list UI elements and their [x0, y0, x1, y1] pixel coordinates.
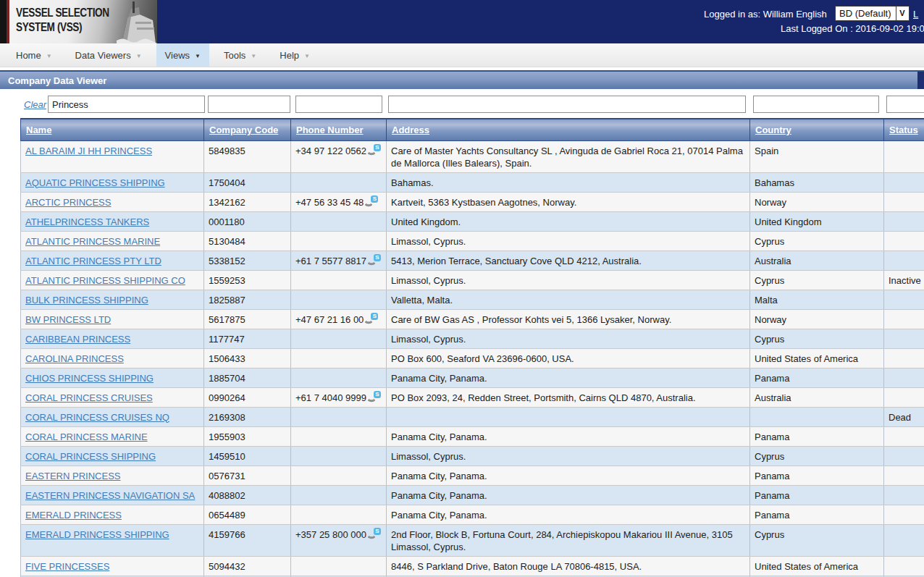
company-name-link[interactable]: EASTERN PRINCESS — [25, 471, 120, 481]
company-name-cell: EASTERN PRINCESS NAVIGATION SA — [21, 485, 204, 505]
company-name-link[interactable]: EASTERN PRINCESS NAVIGATION SA — [25, 490, 195, 501]
column-header-country[interactable]: Country — [750, 119, 884, 140]
menu-item-tools[interactable]: Tools▼ — [215, 43, 265, 67]
address-cell: 2nd Floor, Block B, Fortuna Court, 284, … — [387, 524, 750, 556]
skype-call-icon[interactable]: S — [365, 314, 378, 325]
app-logo: VESSEL SELECTION SYSTEM (VSS) — [0, 0, 157, 43]
menu-item-label: Data Viewers — [75, 50, 131, 61]
chevron-down-icon: ▼ — [136, 51, 142, 59]
company-code-cell: 5130484 — [204, 231, 291, 250]
phone-number-cell — [291, 446, 387, 466]
company-code-cell: 5094432 — [204, 556, 291, 576]
filter-country-input[interactable] — [753, 96, 879, 113]
country-cell: Panama — [750, 505, 884, 524]
company-name-link[interactable]: CARIBBEAN PRINCESS — [25, 334, 130, 345]
column-header-name[interactable]: Name — [21, 119, 204, 140]
company-name-link[interactable]: EMERALD PRINCESS SHIPPING — [25, 529, 169, 540]
company-name-link[interactable]: CORAL PRINCESS CRUISES — [25, 392, 153, 403]
database-selector-value[interactable]: BD (Default) — [835, 6, 896, 21]
table-row: CORAL PRINCESS CRUISES NQ2169308Dead — [21, 407, 924, 426]
company-code-cell: 4159766 — [204, 524, 291, 556]
phone-number-cell — [291, 407, 387, 426]
company-name-cell: ARCTIC PRINCESS — [21, 192, 204, 211]
company-code-cell: 1342162 — [204, 192, 291, 211]
skype-call-icon[interactable]: S — [368, 529, 381, 540]
country-cell: Bahamas — [750, 172, 884, 192]
status-cell — [884, 387, 924, 407]
address-cell: Limassol, Cyprus. — [387, 329, 750, 348]
company-name-link[interactable]: CHIOS PRINCESS SHIPPING — [25, 373, 154, 384]
menu-item-data-viewers[interactable]: Data Viewers▼ — [67, 43, 151, 67]
table-row: ATLANTIC PRINCESS SHIPPING CO1559253Lima… — [21, 270, 924, 290]
company-name-link[interactable]: CORAL PRINCESS SHIPPING — [25, 451, 156, 462]
filter-phone-input[interactable] — [295, 96, 382, 113]
table-row: ATLANTIC PRINCESS MARINE5130484Limassol,… — [21, 231, 924, 250]
column-header-company-code[interactable]: Company Code — [204, 119, 291, 140]
app-title-line1: VESSEL SELECTION — [16, 6, 109, 20]
phone-number-cell — [291, 485, 387, 505]
company-name-link[interactable]: FIVE PRINCESSES — [25, 561, 109, 572]
skype-badge-icon: S — [374, 391, 381, 398]
company-name-link[interactable]: ATLANTIC PRINCESS SHIPPING CO — [25, 275, 185, 286]
address-cell: 8446, S Parkland Drive, Baton Rouge LA 7… — [387, 556, 750, 576]
clear-filters-link[interactable]: Clear — [24, 99, 46, 110]
column-header-status[interactable]: Status — [884, 119, 924, 140]
page-title-bar: Company Data Viewer — [0, 70, 924, 89]
skype-call-icon[interactable]: S — [368, 256, 381, 266]
status-cell — [884, 368, 924, 387]
country-cell — [750, 407, 884, 426]
company-code-cell: 1459510 — [204, 446, 291, 466]
country-cell: United Kingdom — [750, 211, 884, 231]
status-cell — [884, 524, 924, 556]
company-name-cell: CHIOS PRINCESS SHIPPING — [21, 368, 204, 387]
country-cell: Cyprus — [750, 270, 884, 290]
phone-number-cell — [291, 505, 387, 524]
company-name-link[interactable]: ATLANTIC PRINCESS MARINE — [25, 236, 160, 247]
company-name-link[interactable]: BULK PRINCESS SHIPPING — [25, 295, 148, 306]
company-name-cell: BW PRINCESS LTD — [21, 309, 204, 329]
company-name-cell: CARIBBEAN PRINCESS — [21, 329, 204, 348]
filter-status-input[interactable] — [886, 96, 924, 113]
last-logged-on-text: Last Logged On : 2016-09-02 19:0 — [781, 23, 924, 34]
skype-call-icon[interactable]: S — [365, 197, 378, 208]
phone-number-cell — [291, 172, 387, 192]
company-code-cell: 1825887 — [204, 290, 291, 309]
filter-company-code-input[interactable] — [208, 96, 290, 113]
company-name-link[interactable]: CORAL PRINCESS MARINE — [25, 431, 148, 442]
menu-item-views[interactable]: Views▼ — [156, 43, 209, 67]
menu-item-home[interactable]: Home▼ — [7, 43, 61, 67]
company-name-link[interactable]: EMERALD PRINCESS — [25, 510, 122, 521]
skype-call-icon[interactable]: S — [368, 146, 381, 156]
address-cell: Care of Master Yachts Consultancy SL , A… — [387, 140, 750, 172]
company-name-cell: AL BARAIM JI HH PRINCESS — [21, 140, 204, 172]
status-cell — [884, 231, 924, 250]
skype-call-icon[interactable]: S — [368, 392, 381, 403]
menu-item-help[interactable]: Help▼ — [271, 43, 319, 67]
filter-name-input[interactable] — [48, 96, 205, 113]
column-header-phone-number[interactable]: Phone Number — [291, 119, 387, 140]
column-header-address[interactable]: Address — [387, 119, 750, 140]
skype-badge-icon: S — [371, 195, 378, 203]
company-name-link[interactable]: AQUATIC PRINCESS SHIPPING — [25, 177, 165, 188]
filter-address-input[interactable] — [388, 96, 746, 113]
company-name-link[interactable]: ATHELPRINCESS TANKERS — [25, 216, 149, 227]
company-code-cell: 1955903 — [204, 426, 291, 446]
country-cell: Norway — [750, 309, 884, 329]
address-cell: Valletta, Malta. — [387, 290, 750, 309]
database-selector[interactable]: BD (Default) V — [835, 6, 910, 21]
table-row: EMERALD PRINCESS SHIPPING4159766+357 25 … — [21, 524, 924, 556]
company-name-cell: CAROLINA PRINCESS — [21, 348, 204, 368]
table-row: CORAL PRINCESS SHIPPING1459510Limassol, … — [21, 446, 924, 466]
company-name-link[interactable]: ATLANTIC PRINCESS PTY LTD — [25, 256, 161, 266]
dropdown-arrow-icon[interactable]: V — [896, 6, 910, 21]
company-name-link[interactable]: BW PRINCESS LTD — [25, 314, 111, 325]
app-title-line2: SYSTEM (VSS) — [16, 20, 109, 35]
company-name-link[interactable]: CAROLINA PRINCESS — [25, 353, 124, 364]
company-name-link[interactable]: AL BARAIM JI HH PRINCESS — [25, 146, 152, 156]
company-name-cell: ATHELPRINCESS TANKERS — [21, 211, 204, 231]
status-cell — [884, 426, 924, 446]
company-name-link[interactable]: CORAL PRINCESS CRUISES NQ — [25, 412, 169, 423]
status-cell: Inactive — [884, 270, 924, 290]
logout-link[interactable]: L — [913, 9, 918, 20]
company-name-link[interactable]: ARCTIC PRINCESS — [25, 197, 111, 208]
